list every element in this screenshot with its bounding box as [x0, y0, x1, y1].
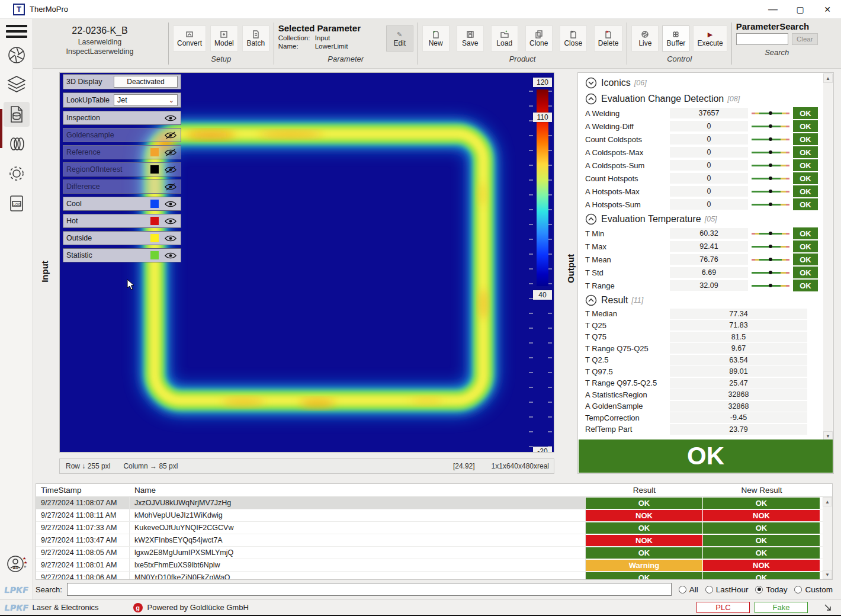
convert-button[interactable]: Convert: [173, 25, 206, 52]
svg-text:★: ★: [23, 556, 26, 560]
col-result[interactable]: Result: [586, 486, 703, 495]
live-button[interactable]: Live: [631, 25, 659, 52]
close-product-button[interactable]: Close: [560, 25, 587, 52]
section-header-iconics[interactable]: Iconics [06]: [585, 75, 823, 91]
filter-all[interactable]: All: [679, 585, 698, 594]
filter-custom[interactable]: Custom: [794, 585, 833, 594]
collapse-chevron-icon[interactable]: [585, 213, 597, 225]
eye-off-icon[interactable]: [163, 183, 178, 191]
lpkf-text: Laser & Electronics: [33, 603, 99, 612]
scroll-up-icon[interactable]: ▲: [823, 73, 833, 83]
eye-icon[interactable]: [163, 217, 178, 225]
section-header-change-detection[interactable]: Evaluation Change Detection [08]: [585, 91, 823, 107]
eye-icon[interactable]: [163, 252, 178, 259]
clone-button[interactable]: Clone: [525, 25, 553, 52]
save-button[interactable]: Save: [457, 25, 484, 52]
col-new-result[interactable]: New Result: [703, 486, 820, 495]
lens-icon[interactable]: [4, 131, 30, 156]
eye-off-icon[interactable]: [163, 166, 178, 174]
filter-today[interactable]: Today: [755, 585, 787, 594]
filter-lasthour[interactable]: LastHour: [705, 585, 749, 594]
scroll-down-icon[interactable]: ▼: [823, 570, 832, 579]
pixel-value-readout: [24.92]: [453, 462, 475, 470]
layer-row-reference[interactable]: Reference: [63, 145, 181, 159]
delete-button[interactable]: Delete: [594, 25, 623, 52]
camera-icon[interactable]: [4, 43, 30, 68]
admin-user-icon[interactable]: AD ★ ★ ★: [4, 552, 30, 577]
collapse-chevron-icon[interactable]: [585, 294, 597, 306]
eye-icon[interactable]: [163, 114, 178, 122]
batch-button[interactable]: Batch: [242, 25, 269, 52]
layer-row-inspection[interactable]: Inspection: [63, 111, 181, 125]
product-line1: Laserwelding: [33, 37, 166, 47]
scroll-up-icon[interactable]: ▲: [823, 497, 832, 506]
table-row[interactable]: 9/27/2024 11:07:33 AMKukeveOJfUuYNQIF2CG…: [36, 522, 832, 534]
table-row[interactable]: 9/27/2024 11:08:06 AMMN0YrD10fkeZiN0FkZq…: [36, 572, 832, 580]
status-badge: OK: [793, 133, 818, 145]
new-button[interactable]: New: [422, 25, 450, 52]
execute-button[interactable]: ▶ Execute: [693, 25, 727, 52]
layer-row-cool[interactable]: Cool: [63, 197, 181, 211]
thermal-image-view[interactable]: 120 110 40 -20 3D Display Deactivated Lo…: [59, 72, 554, 453]
expand-chevron-icon[interactable]: [585, 77, 597, 89]
table-row[interactable]: 9/27/2024 11:08:05 AMlgxw2E8MgUumIPXSMLY…: [36, 547, 832, 559]
table-row[interactable]: 9/27/2024 11:08:07 AMJxzOJVU8kUWqNrjMV7J…: [36, 497, 832, 509]
table-search-input[interactable]: [67, 583, 672, 596]
col-name[interactable]: Name: [130, 486, 586, 495]
result-row: T Range Q97.5-Q2.525.47: [585, 377, 823, 389]
col-timestamp[interactable]: TimeStamp: [36, 486, 130, 495]
radio-icon[interactable]: [794, 586, 802, 593]
model-button[interactable]: Model: [210, 25, 238, 52]
radio-icon[interactable]: [679, 586, 686, 593]
layer-row-hot[interactable]: Hot: [63, 214, 181, 228]
table-scrollbar[interactable]: ▲ ▼: [823, 497, 832, 579]
load-button[interactable]: Load: [491, 25, 518, 52]
product-document-icon[interactable]: [4, 102, 30, 127]
parameter-search-input[interactable]: [736, 33, 788, 45]
3d-display-toggle-button[interactable]: Deactivated: [114, 76, 178, 88]
fake-button[interactable]: Fake: [755, 602, 808, 613]
load-icon: [500, 30, 509, 39]
table-row[interactable]: 9/27/2024 11:08:01 AMlxe5txFhmEuXS9lbt6N…: [36, 559, 832, 572]
output-panel-label: Output: [566, 254, 576, 284]
table-row[interactable]: 9/27/2024 11:03:47 AMkW2XFInbsEYQq54jwct…: [36, 534, 832, 547]
eye-icon[interactable]: [163, 235, 178, 242]
buffer-button[interactable]: Buffer: [662, 25, 689, 52]
lpkf-logo: LPKF: [5, 603, 29, 612]
table-row[interactable]: 9/27/2024 11:08:11 AMkMohVepUUeJIz1WiKdw…: [36, 509, 832, 522]
edit-button[interactable]: ✎ Edit: [386, 25, 413, 52]
collapse-chevron-icon[interactable]: [585, 93, 597, 105]
eye-off-icon[interactable]: [163, 131, 178, 139]
lookuptable-select[interactable]: Jet ⌄: [114, 94, 178, 106]
result-row: T Q2571.83: [585, 320, 823, 332]
layer-row-outside[interactable]: Outside: [63, 231, 181, 245]
search-group: ParameterSearch Clear Search: [734, 19, 820, 68]
eye-off-icon[interactable]: [163, 149, 178, 156]
clear-button[interactable]: Clear: [792, 33, 818, 45]
layer-row-statistic[interactable]: Statistic: [63, 248, 181, 262]
section-header-temperature[interactable]: Evaluation Temperature [05]: [585, 211, 823, 227]
log-icon[interactable]: LOG: [4, 191, 30, 216]
resize-arrow-icon[interactable]: [823, 603, 833, 612]
layer-row-difference[interactable]: Difference: [63, 179, 181, 194]
plc-button[interactable]: PLC: [696, 602, 750, 613]
section-header-result[interactable]: Result [11]: [585, 292, 823, 308]
control-group: Live Buffer ▶ Execute Control: [629, 19, 729, 68]
settings-gear-icon[interactable]: [4, 161, 30, 186]
layers-icon[interactable]: [4, 72, 30, 97]
threshold-gauge: [752, 204, 789, 206]
close-button[interactable]: ✕: [814, 0, 841, 18]
layer-row-goldensample[interactable]: Goldensample: [63, 128, 181, 142]
sidebar: LOG AD ★ ★ ★ LPKF: [0, 19, 33, 599]
eye-icon[interactable]: [163, 200, 178, 208]
menu-icon[interactable]: [6, 25, 27, 38]
minimize-button[interactable]: —: [759, 0, 787, 18]
radio-icon[interactable]: [705, 586, 713, 593]
layer-swatch: [150, 200, 159, 208]
svg-text:★: ★: [24, 560, 27, 564]
radio-selected-icon[interactable]: [755, 586, 763, 593]
mouse-cursor: [127, 279, 136, 291]
layer-row-regionofinterest[interactable]: RegionOfInterest: [63, 162, 181, 177]
output-scrollbar[interactable]: ▲ ▼: [823, 73, 833, 441]
maximize-button[interactable]: ▢: [787, 0, 814, 18]
